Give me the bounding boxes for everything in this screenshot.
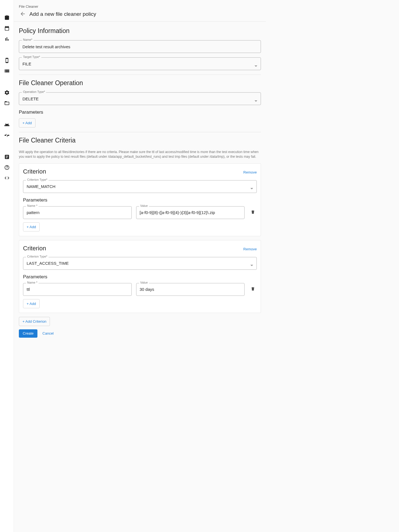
gear-icon xyxy=(4,90,10,96)
param-row: Name * Value xyxy=(23,283,257,296)
criterion-card: Criterion Remove Criterion Type* LAST_AC… xyxy=(19,240,261,313)
operation-type-label: Operation Type* xyxy=(22,90,46,93)
divider xyxy=(19,132,261,132)
param-value-input[interactable] xyxy=(140,287,241,292)
page-title: Add a new file cleaner policy xyxy=(29,11,96,17)
remove-criterion-button[interactable]: Remove xyxy=(243,170,257,174)
back-button[interactable] xyxy=(19,10,27,18)
nav-android[interactable] xyxy=(0,120,14,130)
breadcrumb: File Cleaner xyxy=(19,4,261,9)
nav-folder[interactable] xyxy=(0,98,14,109)
param-value-input[interactable] xyxy=(140,210,241,215)
divider xyxy=(19,75,261,75)
param-name-field[interactable]: Name * xyxy=(23,206,132,219)
criterion-type-field[interactable]: Criterion Type* NAME_MATCH xyxy=(23,180,257,193)
nav-heartbeat[interactable] xyxy=(0,130,14,141)
remove-criterion-button[interactable]: Remove xyxy=(243,247,257,251)
android-icon xyxy=(4,122,10,128)
clipboard-icon xyxy=(4,15,10,21)
param-name-input[interactable] xyxy=(27,287,128,292)
section-policy-info-title: Policy Information xyxy=(19,27,261,35)
delete-param-button[interactable] xyxy=(249,210,257,215)
section-operation-title: File Cleaner Operation xyxy=(19,79,261,87)
folder-icon xyxy=(4,100,10,107)
criterion-type-label: Criterion Type* xyxy=(26,255,49,258)
nav-settings[interactable] xyxy=(0,88,14,98)
operation-parameters-title: Parameters xyxy=(19,110,261,115)
calendar-icon xyxy=(4,26,10,32)
header: File Cleaner Add a new file cleaner poli… xyxy=(14,0,266,22)
chevron-down-icon xyxy=(250,263,253,264)
param-value-field[interactable]: Value xyxy=(136,206,245,219)
nav-help[interactable] xyxy=(0,162,14,173)
chevron-down-icon xyxy=(250,186,253,187)
nav-article[interactable] xyxy=(0,152,14,162)
nav-clipboard[interactable] xyxy=(0,13,14,23)
target-type-value: FILE xyxy=(22,62,255,66)
nav-calendar[interactable] xyxy=(0,23,14,34)
criterion-card: Criterion Remove Criterion Type* NAME_MA… xyxy=(19,163,261,236)
criterion-type-field[interactable]: Criterion Type* LAST_ACCESS_TIME xyxy=(23,257,257,270)
svg-point-0 xyxy=(5,70,6,70)
phone-icon xyxy=(4,58,10,64)
param-name-label: Name * xyxy=(26,281,39,284)
arrow-back-icon xyxy=(20,11,26,18)
svg-point-1 xyxy=(5,72,6,72)
bar-chart-icon xyxy=(4,36,10,42)
article-icon xyxy=(4,154,10,161)
heartbeat-icon xyxy=(4,133,10,139)
chevron-down-icon xyxy=(255,63,257,65)
delete-param-button[interactable] xyxy=(249,286,257,292)
param-name-field[interactable]: Name * xyxy=(23,283,132,296)
param-value-label: Value xyxy=(139,281,149,284)
code-icon xyxy=(4,175,10,182)
cancel-button[interactable]: Cancel xyxy=(40,329,56,338)
add-operation-param-button[interactable]: + Add xyxy=(19,118,35,128)
target-type-label: Target Type* xyxy=(22,55,41,58)
criterion-params-title: Parameters xyxy=(23,197,257,203)
operation-type-value: DELETE xyxy=(22,96,255,101)
criterion-type-value: LAST_ACCESS_TIME xyxy=(27,261,250,266)
operation-type-field[interactable]: Operation Type* DELETE xyxy=(19,92,261,105)
sidebar xyxy=(0,0,14,532)
criteria-description: Will apply the operation to all files/di… xyxy=(19,150,261,159)
name-field-label: Name* xyxy=(22,38,34,41)
add-criterion-param-button[interactable]: + Add xyxy=(23,299,40,308)
param-value-field[interactable]: Value xyxy=(136,283,245,296)
add-criterion-button[interactable]: + Add Criterion xyxy=(19,317,50,326)
storage-icon xyxy=(4,68,10,75)
nav-storage[interactable] xyxy=(0,66,14,77)
name-input[interactable] xyxy=(22,44,257,49)
help-icon xyxy=(4,165,10,171)
nav-code[interactable] xyxy=(0,173,14,184)
section-criteria-title: File Cleaner Criteria xyxy=(19,137,261,144)
nav-barchart[interactable] xyxy=(0,34,14,44)
criterion-title: Criterion xyxy=(23,168,46,175)
trash-icon xyxy=(251,286,255,292)
name-field[interactable]: Name* xyxy=(19,40,261,53)
create-button[interactable]: Create xyxy=(19,329,37,338)
chevron-down-icon xyxy=(255,98,257,100)
target-type-field[interactable]: Target Type* FILE xyxy=(19,57,261,70)
criterion-params-title: Parameters xyxy=(23,274,257,280)
add-criterion-param-button[interactable]: + Add xyxy=(23,222,40,231)
criterion-type-label: Criterion Type* xyxy=(26,178,49,181)
criterion-type-value: NAME_MATCH xyxy=(27,184,250,189)
param-value-label: Value xyxy=(139,204,149,207)
param-row: Name * Value xyxy=(23,206,257,219)
param-name-input[interactable] xyxy=(27,210,128,215)
param-name-label: Name * xyxy=(26,204,39,207)
criterion-title: Criterion xyxy=(23,245,46,252)
trash-icon xyxy=(251,210,255,215)
nav-phone[interactable] xyxy=(0,55,14,66)
